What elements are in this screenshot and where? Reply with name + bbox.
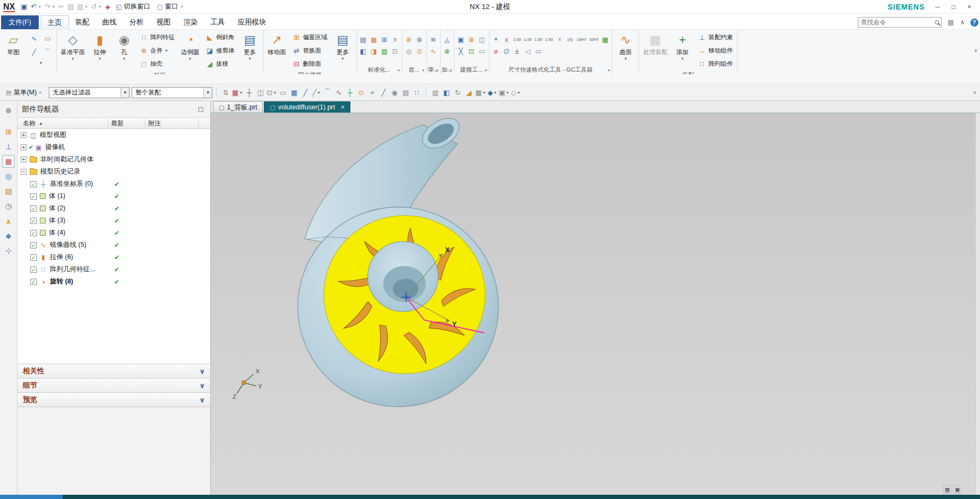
ribbon-button-合并[interactable]: ⊕合并▼ — [137, 44, 177, 57]
ribbon-mini-icon[interactable]: ◎ — [404, 46, 414, 56]
ribbon-mini-icon[interactable]: ▧ — [380, 46, 390, 56]
undo-icon[interactable]: ↶ — [29, 2, 38, 12]
toolbar-icon[interactable]: ∿ — [333, 87, 344, 98]
ribbon-mini-icon[interactable]: ⊡ — [390, 46, 400, 56]
ribbon-mini-icon[interactable]: (X) — [565, 35, 575, 45]
tree-row[interactable]: ✓┼基准坐标系 (0)✔ — [18, 178, 210, 190]
toolbar-icon[interactable]: ⌒ — [322, 87, 333, 98]
section-细节[interactable]: 细节∨ — [18, 378, 210, 392]
utilities-icon[interactable]: ⊹ — [2, 244, 15, 257]
tab-曲线[interactable]: 曲线 — [96, 15, 123, 29]
doc-tab-volutediffuser(1).prt[interactable]: ▢volutediffuser(1).prt× — [264, 101, 350, 113]
roles-icon[interactable]: ◆ — [2, 229, 15, 242]
ribbon-mini-icon[interactable]: 1.00 — [544, 35, 554, 45]
model-view[interactable]: X Y X Y — [211, 113, 975, 495]
tree-row[interactable]: ✓体 (4)✔ — [18, 227, 210, 239]
copy-icon[interactable]: ▤ — [66, 2, 75, 12]
close-tab-icon[interactable]: × — [341, 104, 345, 111]
ribbon-mini-icon[interactable]: ∿ — [428, 46, 439, 56]
ribbon-mini-icon[interactable]: ⊛ — [404, 35, 414, 45]
tab-分析[interactable]: 分析 — [123, 15, 150, 29]
chevron-down-icon[interactable]: ▼ — [397, 66, 401, 74]
command-finder-icon[interactable]: ◈ — [103, 2, 113, 12]
ribbon-button-孔[interactable]: ◉孔▼ — [113, 30, 136, 61]
tab-工具[interactable]: 工具 — [204, 15, 231, 29]
tree-item-label[interactable]: 模型视图 — [40, 131, 66, 140]
ribbon-button-修剪体[interactable]: ◪修剪体 — [203, 44, 237, 57]
tree-item-label[interactable]: 非时间戳记几何体 — [40, 155, 93, 164]
ribbon-mini-icon[interactable]: ◫ — [477, 35, 487, 45]
ribbon-button-倒斜角[interactable]: ◣倒斜角 — [203, 31, 237, 44]
help-icon[interactable]: ? — [968, 17, 980, 28]
tree-item-label[interactable]: 基准坐标系 (0) — [50, 179, 93, 188]
close-button[interactable]: × — [962, 2, 977, 12]
toolbar-icon[interactable]: ▣▼ — [498, 87, 510, 98]
part-navigator-icon[interactable]: ▦ — [2, 155, 15, 168]
ribbon-mini-icon[interactable]: ◁ — [523, 46, 533, 56]
toolbar-icon[interactable]: ╱▼ — [311, 87, 322, 98]
tree-item-label[interactable]: 阵列几何特征... — [50, 265, 95, 274]
section-相关性[interactable]: 相关性∨ — [18, 364, 210, 378]
chevron-down-icon[interactable]: ▼ — [435, 66, 439, 74]
web-browser-icon[interactable]: ◎ — [2, 170, 15, 183]
tree-row[interactable]: +✔▣摄像机 — [18, 141, 210, 153]
toolbar-icon[interactable]: ◢ — [463, 87, 474, 98]
minimize-button[interactable]: ─ — [930, 2, 945, 12]
ribbon-mini-icon[interactable]: 10H7 — [588, 35, 599, 45]
ribbon-mini-icon[interactable]: ⊙ — [415, 46, 425, 56]
ribbon-mini-icon[interactable]: ≡ — [390, 35, 400, 45]
ribbon-button-边倒圆[interactable]: ◔边倒圆▼ — [178, 30, 202, 61]
chevron-down-icon[interactable]: ▼ — [449, 66, 453, 74]
ribbon-mini-icon[interactable]: 1.00 — [523, 35, 533, 45]
chevron-down-icon[interactable]: ▼ — [484, 66, 488, 74]
ribbon-button-草图[interactable]: ▱草图 — [2, 30, 25, 57]
tree-row[interactable]: ✓▮拉伸 (6)✔ — [18, 251, 210, 263]
toolbar-icon[interactable]: ◆▼ — [487, 87, 497, 98]
ribbon-mini-icon[interactable]: X — [555, 35, 565, 45]
ribbon-button-更多[interactable]: ▤更多▼ — [238, 30, 262, 61]
ribbon-mini-icon[interactable]: ◬ — [442, 35, 452, 45]
toolbar-icon[interactable]: ↻ — [452, 87, 463, 98]
toolbar-icon[interactable]: ┼ — [345, 87, 355, 98]
tree-item-label[interactable]: 体 (3) — [49, 216, 65, 225]
ribbon-mini-icon[interactable]: ╳ — [456, 46, 466, 56]
command-search-box[interactable] — [858, 17, 942, 28]
ribbon-mini-icon[interactable]: ◨ — [369, 46, 379, 56]
ribbon-button-曲面[interactable]: ∿曲面▼ — [614, 30, 637, 61]
chevron-down-icon[interactable]: ▼ — [422, 66, 425, 74]
chevron-down-icon[interactable]: ▼ — [84, 5, 88, 8]
ribbon-mini-icon[interactable]: ▣ — [456, 35, 466, 45]
selection-filter-dropdown[interactable]: 无选择过滤器 ▼ — [49, 87, 130, 98]
toolbar-icon[interactable]: ∷ — [411, 87, 422, 98]
tree-item-label[interactable]: 旋转 (8) — [50, 277, 73, 286]
graphics-canvas[interactable]: X Y X Y — [211, 113, 975, 495]
switch-window-button[interactable]: ◱ 切换窗口 — [113, 1, 153, 13]
redo-icon[interactable]: ↷ — [42, 2, 52, 12]
column-note[interactable]: 附注 — [148, 119, 161, 128]
ribbon-button-抽壳[interactable]: ◻抽壳 — [137, 57, 177, 71]
window-menu-button[interactable]: ▢ 窗口 ▼ — [153, 1, 187, 13]
ribbon-button-移动面[interactable]: ↗移动面 — [265, 30, 289, 57]
ribbon-expand-icon[interactable]: ∨ — [973, 48, 979, 53]
maximize-button[interactable]: □ — [946, 2, 961, 12]
notebook-icon[interactable]: ▤ — [2, 185, 15, 197]
ribbon-mini-icon[interactable]: ▦ — [600, 35, 610, 45]
tree-item-label[interactable]: 体 (2) — [49, 204, 65, 213]
ribbon-button-基准平面[interactable]: ◇基准平面▼ — [58, 30, 87, 61]
ribbon-mini-icon[interactable]: ▤ — [358, 35, 368, 45]
ribbon-button-移动组件[interactable]: ↔移动组件 — [695, 44, 735, 57]
tree-item-label[interactable]: 摄像机 — [45, 143, 65, 152]
feature-checkbox[interactable]: ✓ — [30, 193, 37, 200]
toolbar-icon[interactable]: ▦ — [289, 87, 299, 98]
ribbon-mini-icon[interactable]: 1.00 — [534, 35, 544, 45]
toolbar-icon[interactable]: ◇▼ — [511, 87, 521, 98]
ribbon-mini-icon[interactable]: ≋ — [428, 35, 439, 45]
repeat-command-icon[interactable]: ↺ — [89, 2, 99, 12]
ribbon-button-更多[interactable]: ▤更多▼ — [331, 30, 355, 61]
expander-toggle[interactable]: + — [21, 144, 27, 150]
column-latest[interactable]: 最新 — [111, 119, 124, 128]
tree-item-label[interactable]: 模型历史记录 — [40, 167, 80, 176]
ribbon-button-阵列组件[interactable]: ∷阵列组件 — [695, 57, 735, 71]
ribbon-button-替换面[interactable]: ⇄替换面 — [290, 44, 330, 57]
ribbon-button-阵列特征[interactable]: ∷阵列特征 — [137, 31, 177, 44]
